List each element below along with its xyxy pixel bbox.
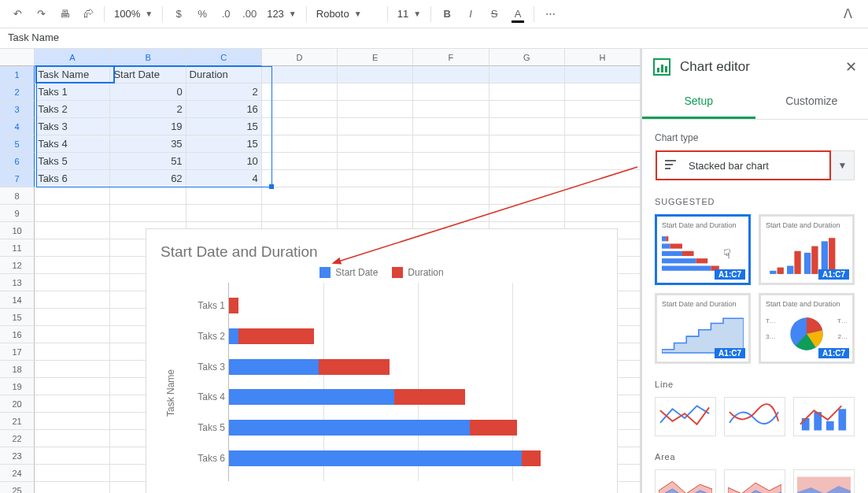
row-header[interactable]: 15 xyxy=(0,309,35,326)
row-header[interactable]: 3 xyxy=(0,101,35,118)
select-all-corner[interactable] xyxy=(0,49,35,66)
cell[interactable] xyxy=(413,66,489,83)
cell[interactable] xyxy=(413,101,489,118)
more-button[interactable]: ⋯ xyxy=(539,3,561,25)
cell[interactable]: 4 xyxy=(187,170,262,187)
cell[interactable]: 15 xyxy=(187,118,262,135)
cell[interactable]: Taks 4 xyxy=(35,135,110,153)
chart-type-select[interactable]: Stacked bar chart xyxy=(656,150,831,180)
cell[interactable] xyxy=(35,326,110,343)
cell[interactable] xyxy=(187,205,262,222)
cell[interactable] xyxy=(35,309,110,326)
row-header[interactable]: 24 xyxy=(0,465,35,482)
cell[interactable] xyxy=(262,205,338,222)
column-header[interactable]: C xyxy=(187,49,262,66)
row-header[interactable]: 12 xyxy=(0,257,35,274)
row-header[interactable]: 16 xyxy=(0,326,35,343)
cell[interactable]: Taks 3 xyxy=(35,118,110,135)
cell[interactable] xyxy=(338,205,413,222)
cell[interactable] xyxy=(489,66,565,83)
text-color-button[interactable]: A xyxy=(507,3,529,25)
cell[interactable] xyxy=(262,118,338,135)
row-header[interactable]: 17 xyxy=(0,343,35,361)
cell[interactable]: 2 xyxy=(110,101,186,118)
cell[interactable] xyxy=(489,205,565,222)
collapse-toolbar-button[interactable]: ᐱ xyxy=(844,6,862,21)
tab-setup[interactable]: Setup xyxy=(642,85,755,119)
cell[interactable]: Duration xyxy=(187,66,262,83)
cell[interactable] xyxy=(413,153,489,170)
cell[interactable]: 15 xyxy=(187,135,262,153)
cell[interactable]: 62 xyxy=(110,170,186,187)
cell[interactable] xyxy=(262,187,338,205)
cell[interactable] xyxy=(489,170,565,187)
chart-type-100-area[interactable] xyxy=(793,469,855,493)
cell[interactable] xyxy=(338,83,413,101)
chart-type-stacked-area[interactable] xyxy=(724,469,785,493)
percent-button[interactable]: % xyxy=(191,3,213,25)
cell[interactable]: 35 xyxy=(110,135,186,153)
cell[interactable] xyxy=(338,118,413,135)
cell[interactable] xyxy=(35,465,110,482)
cell[interactable] xyxy=(35,239,110,257)
row-header[interactable]: 19 xyxy=(0,378,35,395)
close-sidebar-button[interactable]: ✕ xyxy=(845,58,857,76)
cell[interactable] xyxy=(262,170,338,187)
cell[interactable]: Taks 1 xyxy=(35,83,110,101)
cell[interactable]: Task Name xyxy=(35,66,110,83)
cell[interactable] xyxy=(262,101,338,118)
row-header[interactable]: 14 xyxy=(0,291,35,309)
strike-button[interactable]: S xyxy=(483,3,505,25)
cell[interactable] xyxy=(35,291,110,309)
cell[interactable] xyxy=(489,135,565,153)
row-header[interactable]: 9 xyxy=(0,205,35,222)
cell[interactable] xyxy=(565,170,641,187)
suggested-chart-pie[interactable]: Start Date and Duration T… 3… T… xyxy=(759,293,855,364)
row-header[interactable]: 8 xyxy=(0,187,35,205)
cell[interactable] xyxy=(338,170,413,187)
print-button[interactable]: 🖶 xyxy=(54,3,76,25)
cell[interactable]: Taks 5 xyxy=(35,153,110,170)
row-header[interactable]: 18 xyxy=(0,361,35,378)
column-header[interactable]: H xyxy=(565,49,641,66)
cell[interactable]: Taks 6 xyxy=(35,170,110,187)
font-select[interactable]: Roboto▼ xyxy=(312,5,382,24)
suggested-chart-column[interactable]: Start Date and Duration A1:C7 xyxy=(759,214,855,285)
increase-decimal-button[interactable]: .00 xyxy=(238,3,260,25)
cell[interactable] xyxy=(35,395,110,413)
row-header[interactable]: 11 xyxy=(0,239,35,257)
row-header[interactable]: 7 xyxy=(0,170,35,187)
cell[interactable] xyxy=(35,361,110,378)
decrease-decimal-button[interactable]: .0 xyxy=(215,3,237,25)
cell[interactable] xyxy=(35,413,110,430)
cell[interactable] xyxy=(565,135,641,153)
suggested-chart-stacked-bar[interactable]: Start Date and Duration ☟ A1:C7 xyxy=(655,214,751,285)
cell[interactable] xyxy=(262,135,338,153)
cell[interactable] xyxy=(413,205,489,222)
row-header[interactable]: 1 xyxy=(0,66,35,83)
cell[interactable] xyxy=(338,66,413,83)
row-header[interactable]: 21 xyxy=(0,413,35,430)
cell[interactable]: 16 xyxy=(187,101,262,118)
cell[interactable] xyxy=(565,83,641,101)
suggested-chart-stepped-area[interactable]: Start Date and Duration A1:C7 xyxy=(655,293,751,364)
zoom-select[interactable]: 100%▼ xyxy=(109,5,157,24)
cell[interactable] xyxy=(413,83,489,101)
cell[interactable] xyxy=(413,135,489,153)
cell[interactable] xyxy=(110,187,186,205)
cell[interactable]: 10 xyxy=(187,153,262,170)
row-header[interactable]: 10 xyxy=(0,222,35,239)
column-header[interactable]: D xyxy=(262,49,338,66)
undo-button[interactable]: ↶ xyxy=(6,3,28,25)
font-size-select[interactable]: 11▼ xyxy=(393,5,426,24)
cell[interactable] xyxy=(565,118,641,135)
cell[interactable] xyxy=(565,205,641,222)
cell[interactable] xyxy=(489,101,565,118)
column-header[interactable]: E xyxy=(338,49,413,66)
column-header[interactable]: B xyxy=(111,49,187,66)
cell[interactable] xyxy=(35,205,110,222)
cell[interactable] xyxy=(413,187,489,205)
cell[interactable] xyxy=(338,101,413,118)
cell[interactable]: Start Date xyxy=(110,66,186,83)
cell[interactable] xyxy=(35,447,110,465)
